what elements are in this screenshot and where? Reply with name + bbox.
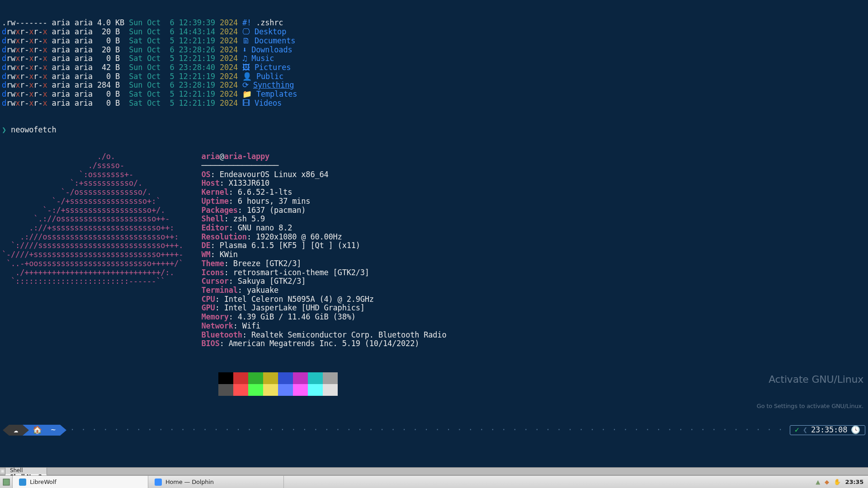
fetch-row: `:////ssssssssssssssssssssssssssso+++. D… bbox=[2, 241, 866, 250]
powerline-prompt[interactable]: ☁ 🏠 ~ · · · · · · · · · · · · · · · · · … bbox=[3, 425, 865, 436]
cloud-icon: ☁ bbox=[9, 425, 23, 436]
color-swatch bbox=[308, 372, 323, 384]
ls-row: drwxr-xr-x aria aria 284 B Sun Oct 6 23:… bbox=[2, 81, 866, 90]
fetch-row: ./o. aria@aria-lappy bbox=[2, 152, 866, 161]
app-label: LibreWolf bbox=[30, 479, 57, 485]
taskbar-app[interactable]: LibreWolf bbox=[13, 476, 148, 488]
prompt-time: 23:35:08 bbox=[811, 426, 847, 435]
color-swatch bbox=[293, 384, 308, 396]
color-swatch bbox=[263, 384, 278, 396]
prompt-command: neowofetch bbox=[11, 125, 56, 134]
ls-row: drwxr-xr-x aria aria 20 B Sun Oct 6 14:4… bbox=[2, 28, 866, 37]
app-icon bbox=[155, 479, 162, 486]
app-icon bbox=[19, 479, 26, 486]
color-swatch bbox=[233, 372, 248, 384]
ls-row: drwxr-xr-x aria aria 0 B Sat Oct 5 12:21… bbox=[2, 54, 866, 63]
fetch-row: CPU: Intel Celeron N5095A (4) @ 2.9GHz bbox=[2, 295, 866, 304]
prompt-arrow: ❯ bbox=[2, 125, 6, 134]
fetch-row: `.://osssssssssssssssssssso++- Shell: zs… bbox=[2, 215, 866, 224]
ok-icon: ✓ bbox=[795, 426, 799, 435]
fetch-row: `-/ossssssssssssso/. Kernel: 6.6.52-1-lt… bbox=[2, 188, 866, 197]
neofetch-output: ./o. aria@aria-lappy ./sssso- ──────────… bbox=[2, 152, 866, 348]
ls-row: drwxr-xr-x aria aria 0 B Sat Oct 5 12:21… bbox=[2, 72, 866, 81]
ls-row: drwxr-xr-x aria aria 0 B Sat Oct 5 12:21… bbox=[2, 90, 866, 99]
ls-row: drwxr-xr-x aria aria 0 B Sat Oct 5 12:21… bbox=[2, 99, 866, 108]
color-swatch bbox=[308, 384, 323, 396]
fetch-row: `-:/+sssssssssssssssssso+/. Packages: 16… bbox=[2, 206, 866, 215]
terminal-tab[interactable]: Shell bbox=[5, 468, 47, 474]
fetch-row: Memory: 4.39 GiB / 11.46 GiB (38%) bbox=[2, 313, 866, 322]
fetch-row: `-////+ssssssssssssssssssssssssssso++++-… bbox=[2, 250, 866, 259]
fetch-row: `:+sssssssssso/. Host: X133JR610 bbox=[2, 179, 866, 188]
fetch-row: Terminal: yakuake bbox=[2, 286, 866, 295]
fetch-row: .:///ossssssssssssssssssssssssso++: Reso… bbox=[2, 233, 866, 242]
color-swatch bbox=[263, 372, 278, 384]
ls-row: drwxr-xr-x aria aria 20 B Sun Oct 6 23:2… bbox=[2, 46, 866, 55]
fetch-row: .://+ssssssssssssssssssssssso++: Editor:… bbox=[2, 224, 866, 233]
system-tray[interactable]: ▲ ◆ ✋ 23:35 bbox=[811, 479, 868, 485]
ls-row: .rw------- aria aria 4.0 KB Sun Oct 6 12… bbox=[2, 19, 866, 28]
app-launcher-button[interactable] bbox=[0, 476, 13, 488]
yakuake-tabbar[interactable]: ▣ ShellShell No. 2 bbox=[0, 467, 868, 475]
tray-clock[interactable]: 23:35 bbox=[845, 479, 863, 485]
fetch-row: Bluetooth: Realtek Semiconductor Corp. B… bbox=[2, 331, 866, 340]
ls-row: drwxr-xr-x aria aria 42 B Sun Oct 6 23:2… bbox=[2, 63, 866, 72]
color-swatch bbox=[278, 384, 293, 396]
fetch-row: ./sssso- ───────────────── bbox=[2, 161, 866, 170]
tray-icon-1[interactable]: ▲ bbox=[816, 479, 820, 485]
ls-listing: .rw------- aria aria 4.0 KB Sun Oct 6 12… bbox=[2, 19, 866, 108]
clock-icon: 🕓 bbox=[851, 426, 860, 435]
tray-icon-2[interactable]: ◆ bbox=[825, 479, 829, 485]
prompt-line: ❯ neowofetch bbox=[2, 126, 866, 135]
fetch-row: BIOS: American Megatrends Inc. 5.19 (10/… bbox=[2, 339, 866, 348]
color-swatch bbox=[218, 372, 233, 384]
prompt-right-status: ✓ ❮ 23:35:08 🕓 bbox=[790, 425, 865, 435]
svg-rect-0 bbox=[3, 479, 9, 485]
path-tilde: ~ bbox=[47, 425, 60, 436]
fetch-row: `..-+oosssssssssssssssssssssssso+++++/` … bbox=[2, 259, 866, 268]
color-swatch bbox=[323, 384, 338, 396]
color-swatch bbox=[248, 384, 263, 396]
tray-icon-3[interactable]: ✋ bbox=[834, 479, 841, 485]
terminal-output[interactable]: .rw------- aria aria 4.0 KB Sun Oct 6 12… bbox=[0, 0, 868, 453]
fetch-row: Network: Wifi bbox=[2, 322, 866, 331]
plasma-taskbar[interactable]: LibreWolfHome — Dolphin ▲ ◆ ✋ 23:35 bbox=[0, 475, 868, 488]
taskbar-app[interactable]: Home — Dolphin bbox=[148, 476, 284, 488]
prompt-filler: · · · · · · · · · · · · · · · · · · · · … bbox=[66, 426, 790, 435]
fetch-row: `-/+sssssssssssssssso+:` Uptime: 6 hours… bbox=[2, 197, 866, 206]
activation-watermark: Activate GNU/Linux Go to Settings to act… bbox=[757, 356, 863, 427]
color-swatch bbox=[248, 372, 263, 384]
fetch-row: `:::::::::::::::::::::::::------`` Curso… bbox=[2, 277, 866, 286]
color-swatch bbox=[218, 384, 233, 396]
fetch-row: `:osssssss+- OS: EndeavourOS Linux x86_6… bbox=[2, 170, 866, 179]
color-swatch bbox=[278, 372, 293, 384]
color-swatch bbox=[233, 384, 248, 396]
ls-row: drwxr-xr-x aria aria 0 B Sat Oct 5 12:21… bbox=[2, 37, 866, 46]
tab-add-button[interactable]: ▣ bbox=[0, 468, 5, 475]
color-swatch bbox=[293, 372, 308, 384]
fetch-row: GPU: Intel JasperLake [UHD Graphics] bbox=[2, 304, 866, 313]
app-label: Home — Dolphin bbox=[165, 479, 214, 485]
color-swatch bbox=[323, 372, 338, 384]
fetch-row: ./++++++++++++++++++++++++++++++/:. Icon… bbox=[2, 268, 866, 277]
